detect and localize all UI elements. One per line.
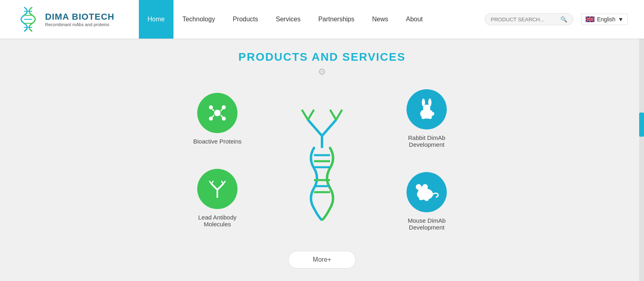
section-divider: ⚙: [0, 67, 644, 77]
svg-point-7: [209, 105, 213, 109]
mouse-label: Mouse DimAb Development: [394, 217, 459, 231]
logo-icon: [16, 5, 40, 33]
logo-name: DIMA BIOTECH: [45, 12, 115, 22]
header: DIMA BIOTECH Recombinant mAbs and protei…: [0, 0, 644, 39]
right-products: Rabbit DimAb Development: [394, 89, 459, 231]
nav-news[interactable]: News: [363, 0, 397, 39]
svg-point-47: [425, 199, 429, 201]
scrollbar[interactable]: [639, 0, 644, 281]
svg-line-26: [308, 110, 314, 120]
svg-point-6: [214, 110, 221, 116]
svg-line-17: [217, 184, 223, 190]
svg-line-25: [302, 110, 308, 120]
main-nav: Home Technology Products Services Partne…: [139, 0, 485, 39]
svg-line-12: [221, 109, 223, 111]
svg-line-14: [221, 115, 223, 117]
rabbit-icon: [415, 98, 439, 121]
bioactive-circle: [197, 93, 237, 133]
nav-technology[interactable]: Technology: [173, 0, 224, 39]
product-rabbit-dimab[interactable]: Rabbit DimAb Development: [394, 89, 459, 148]
antibody-label: Lead Antibody Molecules: [185, 214, 250, 228]
nav-services[interactable]: Services: [267, 0, 309, 39]
logo[interactable]: DIMA BIOTECH Recombinant mAbs and protei…: [16, 5, 115, 33]
svg-point-37: [422, 98, 425, 107]
svg-line-21: [223, 181, 225, 184]
svg-point-41: [428, 117, 432, 119]
center-dna-visual: [282, 96, 362, 224]
search-input[interactable]: [491, 16, 560, 23]
svg-line-27: [330, 110, 336, 120]
scrollbar-thumb: [639, 113, 644, 137]
more-button[interactable]: More+: [288, 251, 356, 269]
section-title: PRODUCTS AND SERVICES: [0, 51, 644, 64]
product-bioactive-proteins[interactable]: Bioactive Proteins: [185, 93, 250, 145]
rabbit-circle: [407, 89, 447, 129]
nav-home[interactable]: Home: [139, 0, 174, 39]
nav-about[interactable]: About: [397, 0, 432, 39]
nav-products[interactable]: Products: [224, 0, 267, 39]
bioactive-label: Bioactive Proteins: [193, 138, 242, 145]
molecule-icon: [207, 103, 228, 123]
svg-line-19: [211, 181, 213, 184]
flag-icon: [586, 16, 594, 22]
product-lead-antibody[interactable]: Lead Antibody Molecules: [185, 169, 250, 228]
svg-point-44: [416, 184, 421, 190]
more-button-container: More+: [0, 251, 644, 269]
header-right: 🔍 English ▼: [485, 13, 628, 25]
product-mouse-dimab[interactable]: Mouse DimAb Development: [394, 172, 459, 231]
antibody-icon: [206, 178, 229, 200]
logo-subtitle: Recombinant mAbs and proteins: [45, 22, 115, 27]
search-button[interactable]: 🔍: [560, 16, 567, 23]
svg-line-11: [212, 109, 214, 111]
svg-line-28: [336, 110, 342, 120]
svg-line-23: [308, 120, 322, 136]
svg-line-24: [322, 120, 336, 136]
search-box: 🔍: [485, 13, 573, 25]
gear-decoration-icon: ⚙: [318, 67, 326, 77]
svg-line-16: [211, 184, 217, 190]
mouse-circle: [407, 172, 447, 212]
svg-point-39: [431, 112, 434, 115]
svg-point-38: [428, 98, 431, 107]
rabbit-label: Rabbit DimAb Development: [394, 134, 459, 148]
language-label: English: [597, 16, 615, 23]
language-arrow: ▼: [618, 16, 623, 23]
antibody-circle: [197, 169, 237, 209]
mouse-icon: [414, 182, 440, 202]
svg-line-13: [212, 115, 214, 117]
dna-center-icon: [282, 96, 362, 224]
svg-point-46: [419, 198, 423, 200]
left-products: Bioactive Proteins: [185, 93, 250, 228]
language-selector[interactable]: English ▼: [581, 14, 628, 25]
main-content: PRODUCTS AND SERVICES ⚙: [0, 39, 644, 281]
svg-point-45: [422, 184, 428, 190]
svg-point-8: [222, 105, 226, 109]
nav-partnerships[interactable]: Partnerships: [310, 0, 363, 39]
products-grid: Bioactive Proteins: [80, 89, 564, 231]
svg-point-40: [421, 117, 425, 119]
